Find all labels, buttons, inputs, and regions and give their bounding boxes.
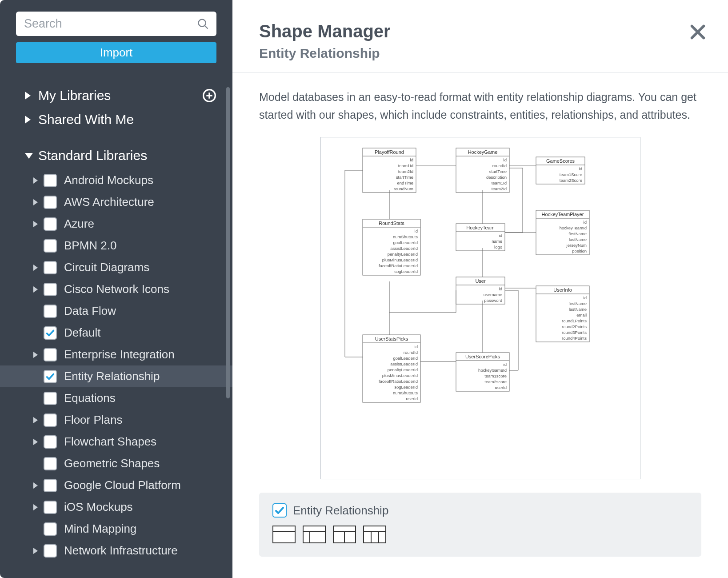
library-item[interactable]: Default — [0, 322, 232, 344]
svg-text:endTime: endTime — [397, 181, 413, 185]
library-label: BPMN 2.0 — [64, 239, 117, 253]
sidebar-top: Import — [0, 0, 232, 71]
library-item[interactable]: AWS Architecture — [0, 191, 232, 213]
chevron-right-icon — [32, 482, 39, 489]
library-item[interactable]: iOS Mockups — [0, 496, 232, 518]
svg-text:HockeyTeamPlayer: HockeyTeamPlayer — [541, 212, 584, 217]
add-library-icon[interactable] — [202, 88, 216, 103]
svg-text:PlayoffRound: PlayoffRound — [375, 149, 404, 155]
library-checkbox[interactable] — [44, 435, 57, 449]
section-title: Shared With Me — [38, 112, 134, 127]
library-label: Google Cloud Platform — [64, 478, 181, 492]
library-box: Entity Relationship — [259, 493, 701, 557]
library-item[interactable]: Floor Plans — [0, 409, 232, 431]
page-subtitle: Entity Relationship — [259, 46, 701, 61]
library-item[interactable]: Geometric Shapes — [0, 453, 232, 474]
library-checkbox[interactable] — [44, 348, 57, 361]
library-label: Equations — [64, 391, 116, 405]
library-item[interactable]: Circuit Diagrams — [0, 257, 232, 278]
library-checkbox[interactable] — [44, 413, 57, 427]
shape-thumb-entity-3[interactable] — [333, 526, 356, 543]
section-shared-with-me[interactable]: Shared With Me — [0, 108, 232, 132]
svg-text:id: id — [583, 220, 586, 225]
svg-text:roundNum: roundNum — [393, 186, 413, 191]
svg-text:startTime: startTime — [489, 169, 506, 174]
svg-text:id: id — [503, 362, 506, 367]
library-item[interactable]: Network Infrastructure — [0, 540, 232, 562]
library-label: Data Flow — [64, 304, 116, 318]
library-checkbox[interactable] — [44, 261, 57, 274]
library-checkbox[interactable] — [44, 196, 57, 209]
close-button[interactable] — [689, 23, 707, 41]
library-checkbox[interactable] — [44, 217, 57, 231]
svg-text:round2Points: round2Points — [562, 324, 587, 329]
library-item[interactable]: Data Flow — [0, 300, 232, 322]
library-label: Network Infrastructure — [64, 544, 178, 558]
library-checkbox[interactable] — [44, 326, 57, 340]
library-item[interactable]: Android Mockups — [0, 169, 232, 191]
chevron-right-icon — [32, 548, 39, 554]
svg-text:lastName: lastName — [568, 237, 586, 242]
chevron-right-icon — [25, 116, 31, 124]
library-checkbox[interactable] — [44, 457, 57, 470]
shape-thumb-entity-1[interactable] — [272, 526, 296, 543]
shape-manager-dialog: Import My Libraries Shared With Me Stand… — [0, 0, 728, 578]
svg-text:penaltyLeaderId: penaltyLeaderId — [387, 252, 417, 257]
svg-text:plusMinusLeaderId: plusMinusLeaderId — [382, 373, 417, 378]
chevron-right-icon — [32, 177, 39, 184]
library-label: Android Mockups — [64, 173, 153, 187]
library-box-head: Entity Relationship — [272, 503, 688, 518]
library-label: Floor Plans — [64, 413, 123, 427]
sidebar-sections: My Libraries Shared With Me Standard Lib… — [0, 71, 232, 578]
library-checkbox[interactable] — [44, 544, 57, 558]
library-checkbox[interactable] — [44, 479, 57, 492]
shape-thumb-entity-2[interactable] — [303, 526, 326, 543]
svg-text:id: id — [583, 295, 586, 300]
svg-text:firstName: firstName — [568, 231, 587, 236]
shape-thumb-entity-4[interactable] — [363, 526, 386, 543]
library-checkbox[interactable] — [44, 392, 57, 405]
library-item[interactable]: Equations — [0, 387, 232, 409]
section-standard-libraries[interactable]: Standard Libraries — [0, 144, 232, 168]
library-item[interactable]: Mind Mapping — [0, 518, 232, 540]
chevron-right-icon — [32, 286, 39, 293]
svg-text:startTime: startTime — [396, 175, 413, 180]
library-label: Geometric Shapes — [64, 457, 160, 470]
er-preview: PlayoffRoundidteam1Idteam2IdstartTimeend… — [320, 137, 640, 479]
library-item[interactable]: Cisco Network Icons — [0, 278, 232, 300]
library-checkbox[interactable] — [44, 305, 57, 318]
scrollbar[interactable] — [226, 87, 230, 398]
library-item[interactable]: Enterprise Integration — [0, 344, 232, 365]
chevron-right-icon — [32, 504, 39, 510]
library-item[interactable]: Flowchart Shapes — [0, 431, 232, 453]
library-label: Entity Relationship — [64, 369, 160, 383]
library-label: Enterprise Integration — [64, 348, 175, 361]
library-checkbox[interactable] — [44, 501, 57, 514]
svg-text:team1Id: team1Id — [398, 163, 413, 168]
library-label: iOS Mockups — [64, 500, 133, 514]
library-list: Android MockupsAWS ArchitectureAzureBPMN… — [0, 168, 232, 570]
svg-text:round4Points: round4Points — [562, 336, 587, 341]
library-label: Default — [64, 326, 100, 340]
library-checkbox[interactable] — [44, 174, 57, 187]
library-box-checkbox[interactable] — [272, 503, 287, 518]
library-label: Circuit Diagrams — [64, 261, 149, 274]
library-item[interactable]: BPMN 2.0 — [0, 235, 232, 257]
library-item[interactable]: Google Cloud Platform — [0, 474, 232, 496]
svg-text:team1score: team1score — [484, 373, 507, 378]
chevron-right-icon — [32, 352, 39, 358]
library-item[interactable]: Entity Relationship — [0, 365, 232, 387]
library-box-title: Entity Relationship — [293, 504, 388, 518]
section-my-libraries[interactable]: My Libraries — [0, 84, 232, 108]
svg-text:id: id — [414, 229, 417, 233]
section-title: My Libraries — [38, 88, 111, 103]
library-checkbox[interactable] — [44, 522, 57, 536]
library-checkbox[interactable] — [44, 370, 57, 383]
library-checkbox[interactable] — [44, 283, 57, 296]
import-button[interactable]: Import — [16, 42, 216, 63]
svg-text:hockeyTeamId: hockeyTeamId — [559, 225, 586, 230]
search-input[interactable] — [16, 12, 216, 36]
chevron-down-icon — [25, 153, 33, 159]
library-checkbox[interactable] — [44, 239, 57, 253]
library-item[interactable]: Azure — [0, 213, 232, 235]
